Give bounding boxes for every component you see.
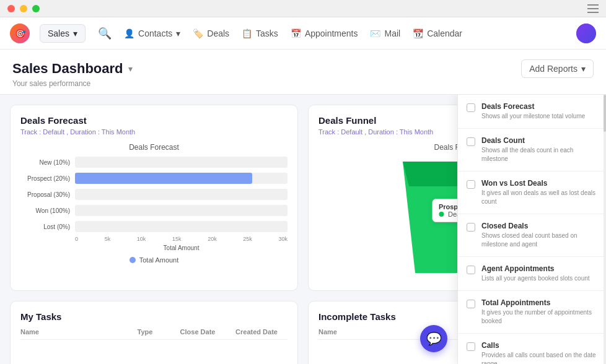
deals-forecast-card: Deals Forecast Track : Default , Duratio… [10,105,298,291]
report-item-title: Deals Count [481,136,597,145]
x-axis-tick: 0 [75,236,78,242]
chevron-down-icon[interactable]: ▾ [128,64,133,74]
dropdown-report-item[interactable]: Agent AppointmentsLists all your agents … [458,257,606,291]
dropdown-report-item[interactable]: Total AppointmentsIt gives you the numbe… [458,291,606,334]
legend-label: Total Amount [139,256,179,264]
x-axis-tick: 25k [243,236,252,242]
nav-item-tasks[interactable]: 📋 Tasks [242,28,278,38]
search-icon[interactable]: 🔍 [95,24,114,43]
col-close-date: Close Date [170,328,226,336]
contacts-label: Contacts [138,28,172,38]
my-tasks-card: My Tasks Name Type Close Date Created Da… [10,301,298,364]
report-checkbox[interactable] [467,300,475,308]
maximize-button[interactable] [32,5,40,12]
nav-item-contacts[interactable]: 👤 Contacts ▾ [124,28,180,38]
user-avatar[interactable] [576,24,596,43]
page-title-group: Sales Dashboard ▾ [12,61,133,77]
minimize-button[interactable] [20,5,27,12]
dropdown-report-item[interactable]: Won vs Lost DealsIt gives all won deals … [458,171,606,214]
dropdown-report-item[interactable]: Deals CountShows all the deals count in … [458,129,606,171]
col-name: Name [20,328,120,336]
chevron-down-icon: ▾ [581,64,586,74]
nav-item-mail[interactable]: ✉️ Mail [370,28,400,38]
legend-dot [130,257,136,263]
deals-forecast-title: Deals Forecast [20,115,288,126]
page-header: Sales Dashboard ▾ Add Reports ▾ Your sal… [0,50,606,95]
tooltip-dot [439,212,444,217]
dropdown-report-item[interactable]: CallsProvides all calls count based on t… [458,334,606,364]
report-checkbox[interactable] [467,103,475,112]
nav-item-calendar[interactable]: 📆 Calendar [413,28,462,38]
my-tasks-title: My Tasks [20,311,288,322]
dropdown-report-item[interactable]: Deals ForecastShows all your milestone t… [458,95,606,129]
report-item-desc: It gives you the number of appointments … [481,308,597,326]
bar-label: New (10%) [20,159,70,166]
calendar-icon: 📆 [413,28,423,38]
chat-button[interactable]: 💬 [420,325,447,352]
bar-row: Proposal (30%) [20,189,288,200]
x-axis-tick: 5k [105,236,111,242]
report-checkbox[interactable] [467,342,475,351]
nav-item-appointments[interactable]: 📅 Appointments [291,28,358,38]
report-item-title: Agent Appointments [481,264,597,273]
close-button[interactable] [7,5,15,12]
bar-chart: New (10%)Prospect (20%)Proposal (30%)Won… [20,157,288,232]
mail-label: Mail [384,28,400,38]
x-axis-tick: 10k [137,236,146,242]
bar-row: Won (100%) [20,205,288,216]
report-item-desc: Provides all calls count based on the da… [481,351,597,364]
x-axis-tick: 20k [208,236,217,242]
report-item-title: Won vs Lost Deals [481,179,597,188]
report-item-desc: Shows all the deals count in each milest… [481,146,597,163]
nav-item-deals[interactable]: 🏷️ Deals [193,28,229,38]
app-logo: 🎯 [10,24,30,43]
report-item-desc: It gives all won deals as well as lost d… [481,189,597,206]
scrollbar-thumb[interactable] [604,95,606,132]
tasks-icon: 📋 [242,28,252,38]
report-item-title: Total Appointments [481,298,597,307]
bar-row: Lost (0%) [20,221,288,232]
add-reports-label: Add Reports [529,64,577,74]
mail-icon: ✉️ [370,28,380,38]
title-bar [0,0,606,17]
bar-track [75,173,288,184]
bar-track [75,205,288,216]
bar-track [75,157,288,168]
bar-row: New (10%) [20,157,288,168]
report-checkbox[interactable] [467,137,475,146]
add-reports-button[interactable]: Add Reports ▾ [521,59,594,78]
scrollbar-track [604,95,606,364]
x-axis-tick: 15k [172,236,182,242]
calendar-label: Calendar [427,28,462,38]
chart-legend: Total Amount [20,256,288,264]
deals-label: Deals [207,28,229,38]
bar-label: Lost (0%) [20,223,70,230]
report-checkbox[interactable] [467,223,475,232]
deals-icon: 🏷️ [193,28,203,38]
chevron-down-icon: ▾ [73,28,77,38]
deals-forecast-chart: Deals Forecast New (10%)Prospect (20%)Pr… [20,143,288,264]
sales-label: Sales [48,28,69,38]
col-type: Type [120,328,170,336]
x-axis-label: Total Amount [75,245,288,251]
menu-icon[interactable] [587,4,599,13]
sales-dropdown[interactable]: Sales ▾ [40,24,86,43]
bar-fill [75,173,252,184]
report-checkbox[interactable] [467,266,475,274]
appointments-icon: 📅 [291,28,301,38]
tasks-label: Tasks [256,28,278,38]
report-item-desc: Shows closed deal count based on milesto… [481,232,597,249]
bar-label: Won (100%) [20,207,70,214]
my-tasks-table-header: Name Type Close Date Created Date [20,328,288,340]
bar-track [75,189,288,200]
col-created-date: Created Date [226,328,288,336]
nav-items: 👤 Contacts ▾ 🏷️ Deals 📋 Tasks 📅 Appointm… [124,28,566,38]
contacts-icon: 👤 [124,28,134,38]
x-axis-tick: 30k [278,236,288,242]
reports-dropdown-overlay: Deals ForecastShows all your milestone t… [457,95,606,364]
main-content: Deals Forecast Track : Default , Duratio… [0,95,606,364]
dropdown-report-item[interactable]: Closed DealsShows closed deal count base… [458,214,606,257]
report-checkbox[interactable] [467,180,475,189]
navbar: 🎯 Sales ▾ 🔍 👤 Contacts ▾ 🏷️ Deals 📋 Task… [0,17,606,50]
chevron-down-icon: ▾ [176,28,180,38]
